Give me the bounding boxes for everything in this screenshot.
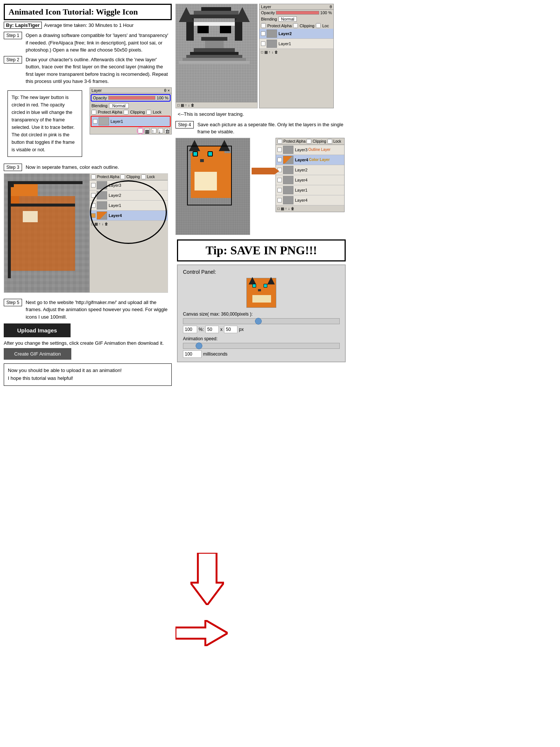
canvas-slider-thumb[interactable]	[255, 318, 262, 325]
lock-step4[interactable]	[327, 139, 332, 144]
thumb-layer1-step4	[283, 186, 293, 194]
eye-layer3-step3	[91, 183, 96, 187]
toolbar-step3: □ ▦ ↑ ↓ 🗑	[91, 222, 108, 226]
eye-layer4c-step4	[277, 198, 282, 202]
eye-layer4-step3	[91, 213, 96, 218]
step1-text: Open a drawing software compatible for '…	[26, 32, 172, 54]
lock-step3[interactable]	[141, 174, 146, 179]
step2-badge: Step 2	[4, 56, 22, 63]
thumb-layer4-step3	[97, 211, 107, 220]
new-layer-btn-step2[interactable]	[138, 128, 143, 133]
pixel-art-canvas-top: □ ▦ ↑ ↓ 🗑	[175, 4, 258, 108]
step4-text: Save each picture as a seperate file. On…	[197, 121, 347, 136]
lock-cb-step2[interactable]	[146, 110, 151, 115]
layer1-name-right: Layer1	[279, 41, 291, 46]
big-red-arrow-right	[175, 620, 228, 646]
eye-layer3-step4	[277, 148, 282, 152]
step2-row: Step 2 Draw your character's outline. Af…	[4, 56, 172, 85]
step4-row: Step 4 Save each picture as a seperate f…	[175, 121, 347, 136]
thumb-layer2-step3	[97, 191, 107, 199]
opacity-label-right: Opacity	[261, 10, 275, 15]
protect-alpha-step3[interactable]	[91, 174, 96, 179]
layer2-name-right: Layer2	[279, 31, 292, 36]
blending-value-right: Normal	[279, 16, 297, 22]
clipping-cb-step2[interactable]	[124, 110, 128, 115]
toolbar-btn2-step2[interactable]: ▦	[144, 128, 150, 133]
toolbar-btn5-step2[interactable]: 🗑	[165, 128, 170, 133]
thumb-layer1-right	[267, 40, 277, 48]
big-arrow-right-container	[175, 620, 228, 647]
step5-area: Upload Images	[4, 323, 172, 337]
canvas-y-input[interactable]	[224, 326, 237, 333]
layer-title-right: Layer	[261, 4, 271, 9]
tutorial-title-box: Animated Icon Tutorial: Wiggle Icon	[4, 4, 172, 20]
tip1-box: Tip: The new layer button is circled in …	[7, 90, 82, 157]
time-estimate: Average time taken: 30 Minutes to 1 Hour	[44, 22, 134, 28]
byline-row: By: LapisTiger Average time taken: 30 Mi…	[4, 22, 172, 29]
eye-icon-layer1-step2	[93, 119, 97, 124]
thumb-layer4b-step4	[283, 176, 293, 184]
orange-arrow-body	[252, 168, 274, 174]
step4-fox-canvas	[175, 138, 250, 235]
protect-alpha-right[interactable]	[261, 23, 266, 28]
layer4b-step4: Layer4	[295, 178, 308, 182]
anim-slider-thumb[interactable]	[196, 342, 202, 349]
eye-layer4-step4	[277, 158, 282, 162]
blending-label-right: Blending	[261, 17, 277, 21]
final-note-text: Now you should be able to upload it as a…	[8, 368, 122, 381]
anim-speed-slider[interactable]	[183, 343, 340, 349]
protect-alpha-cb-step2[interactable]	[91, 110, 96, 115]
save-png-box: Tip: SAVE IN PNG!!!	[177, 239, 346, 261]
layer1-thumb-step2	[99, 117, 109, 125]
step2-text: Draw your character's outline. Afterward…	[26, 56, 172, 85]
clipping-step4[interactable]	[307, 139, 311, 144]
thumb-layer4c-step4	[283, 196, 293, 204]
milliseconds-label: milliseconds	[203, 351, 227, 357]
color-layer-tag: Color Layer	[309, 158, 330, 162]
lock-right[interactable]	[316, 23, 321, 28]
thumb-layer1-step3	[97, 201, 107, 210]
eye-layer4b-step4	[277, 178, 282, 182]
canvas-size-label: Canvas size( max: 360,000pixels ):	[183, 311, 340, 317]
clipping-step3[interactable]	[120, 174, 125, 179]
eye-layer1-step4	[277, 188, 282, 192]
x-label: x	[220, 327, 223, 332]
upload-images-button[interactable]: Upload Images	[4, 323, 71, 337]
layer1-name-step2: Layer1	[111, 119, 123, 124]
layer-panel-title-step2: Layer	[91, 88, 102, 93]
opacity-bar-step2[interactable]	[108, 96, 155, 100]
top-right-section: □ ▦ ↑ ↓ 🗑 Layer θ Opacity 100 % Ble	[175, 4, 347, 108]
final-note-box: Now you should be able to upload it as a…	[4, 363, 172, 386]
layer1-step4: Layer1	[295, 188, 308, 192]
protect-alpha-step4[interactable]	[277, 139, 282, 144]
clipping-right[interactable]	[293, 23, 298, 28]
svg-marker-0	[190, 553, 224, 605]
blending-value-step2: Normal	[109, 103, 129, 108]
panel-controls-right: θ	[330, 4, 332, 9]
outline-layer-tag: Outline Layer	[308, 148, 330, 152]
canvas-x-input[interactable]	[205, 326, 219, 333]
right-layer-panel-top: Layer θ Opacity 100 % Blending Normal Pr…	[259, 4, 334, 108]
toolbar-btn3-step2[interactable]: ↑	[151, 128, 156, 133]
opacity-label-step2: Opacity	[93, 96, 107, 100]
opacity-bar-right[interactable]	[276, 11, 319, 15]
tip1-text: Tip: The new layer button is circled in …	[12, 95, 75, 152]
thumb-layer3-step4	[283, 146, 293, 154]
step4-arrow	[252, 168, 274, 174]
layer3-step4: Layer3	[295, 148, 308, 152]
layer3-name-step3: Layer3	[109, 183, 121, 187]
layer4-name-step3: Layer4	[109, 213, 122, 218]
step4-layer-panel: Protect Alpha Clipping Lock Layer3 Outli…	[276, 138, 345, 212]
toolbar-btn4-step2[interactable]: ↓	[158, 128, 163, 133]
canvas-size-inputs: %: x px	[183, 326, 340, 333]
canvas-size-slider[interactable]	[183, 318, 340, 324]
create-gif-button[interactable]: Create GIF Animation	[4, 348, 71, 360]
step4-screenshot-area: Protect Alpha Clipping Lock Layer3 Outli…	[175, 138, 347, 235]
panel-toolbar-step4: □ ▦ ↑ ↓ 🗑	[276, 205, 344, 212]
layer4-step4: Layer4	[295, 158, 308, 162]
canvas-percent-input[interactable]	[183, 326, 197, 333]
step1-row: Step 1 Open a drawing software compatibl…	[4, 32, 172, 54]
blending-label-step2: Blending	[91, 103, 108, 108]
anim-speed-input[interactable]	[183, 350, 202, 358]
control-panel-title: Control Panel:	[183, 269, 340, 275]
